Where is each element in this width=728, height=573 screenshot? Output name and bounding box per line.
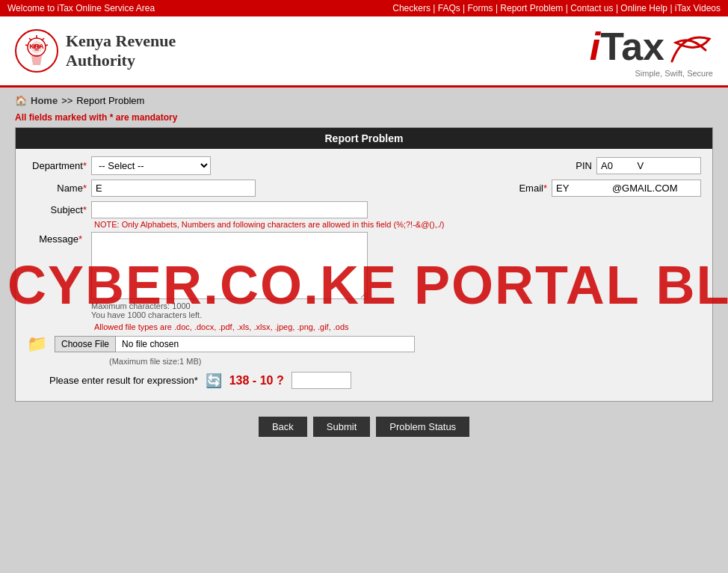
name-input[interactable] bbox=[91, 180, 256, 197]
mandatory-notice: All fields marked with * are mandatory bbox=[15, 112, 713, 123]
subject-group: Subject* bbox=[27, 201, 701, 218]
report-problem-form: Report Problem Department* -- Select -- … bbox=[15, 127, 713, 402]
email-input[interactable] bbox=[552, 180, 701, 197]
svg-line-6 bbox=[25, 45, 28, 46]
department-label: Department* bbox=[27, 160, 87, 171]
subject-label: Subject* bbox=[27, 204, 87, 215]
header: KRA Kenya Revenue Authority i Tax Simple… bbox=[0, 16, 728, 88]
department-select[interactable]: -- Select -- bbox=[91, 156, 211, 175]
link-itax-videos[interactable]: iTax Videos bbox=[675, 3, 721, 13]
kra-logo: KRA Kenya Revenue Authority bbox=[15, 29, 176, 73]
link-checkers[interactable]: Checkers bbox=[392, 3, 431, 13]
message-left: You have 1000 characters left. bbox=[91, 310, 368, 319]
itax-tax-text: Tax bbox=[600, 24, 664, 69]
itax-i-letter: i bbox=[590, 24, 600, 69]
file-chosen-text: No file chosen bbox=[116, 336, 415, 352]
captcha-row: Please enter result for expression* 🔄 13… bbox=[27, 372, 701, 389]
back-button[interactable]: Back bbox=[259, 417, 307, 437]
captcha-refresh-icon[interactable]: 🔄 bbox=[206, 373, 222, 389]
choose-file-button[interactable]: Choose File bbox=[55, 336, 116, 352]
home-icon: 🏠 bbox=[15, 95, 27, 106]
message-section: Message* Maximum characters: 1000 You ha… bbox=[27, 232, 701, 319]
subject-note: NOTE: Only Alphabets, Numbers and follow… bbox=[94, 220, 701, 229]
itax-swirl-icon bbox=[668, 28, 713, 65]
pin-label: PIN bbox=[532, 160, 592, 171]
pin-group: PIN bbox=[532, 156, 701, 175]
subject-section: Subject* NOTE: Only Alphabets, Numbers a… bbox=[27, 201, 701, 229]
name-group: Name* bbox=[27, 180, 256, 197]
pin-input[interactable] bbox=[596, 157, 701, 174]
button-row: Back Submit Problem Status bbox=[15, 417, 713, 437]
link-faqs[interactable]: FAQs bbox=[438, 3, 460, 13]
svg-text:KRA: KRA bbox=[29, 43, 44, 50]
top-bar-links: Checkers | FAQs | Forms | Report Problem… bbox=[392, 3, 721, 13]
form-title: Report Problem bbox=[16, 128, 712, 149]
subject-input[interactable] bbox=[91, 201, 368, 218]
link-online-help[interactable]: Online Help bbox=[620, 3, 667, 13]
itax-tagline: Simple, Swift, Secure bbox=[635, 69, 713, 78]
form-body: Department* -- Select -- PIN bbox=[16, 149, 712, 401]
captcha-label: Please enter result for expression* bbox=[49, 375, 198, 386]
problem-status-button[interactable]: Problem Status bbox=[376, 417, 469, 437]
kra-lion-icon: KRA bbox=[15, 29, 58, 73]
captcha-expression: 138 - 10 ? bbox=[229, 374, 284, 387]
lion-svg: KRA bbox=[19, 34, 54, 68]
svg-line-4 bbox=[45, 45, 48, 46]
svg-line-3 bbox=[42, 38, 44, 40]
top-bar: Welcome to iTax Online Service Area Chec… bbox=[0, 0, 728, 16]
breadcrumb-separator: >> bbox=[61, 95, 73, 106]
message-label: Message* bbox=[39, 233, 82, 245]
breadcrumb: 🏠 Home >> Report Problem bbox=[15, 95, 713, 106]
email-group: Email* bbox=[487, 180, 701, 197]
message-textarea[interactable] bbox=[91, 232, 368, 299]
link-report-problem[interactable]: Report Problem bbox=[500, 3, 563, 13]
name-label: Name* bbox=[27, 183, 87, 194]
message-max: Maximum characters: 1000 bbox=[91, 301, 368, 310]
email-label: Email* bbox=[487, 183, 547, 194]
welcome-text: Welcome to iTax Online Service Area bbox=[7, 3, 155, 13]
file-choose-wrapper: Choose File No file chosen bbox=[55, 336, 415, 352]
file-size-note: (Maximum file size:1 MB) bbox=[109, 357, 701, 366]
itax-logo: i Tax Simple, Swift, Secure bbox=[590, 24, 713, 78]
department-group: Department* -- Select -- bbox=[27, 156, 211, 175]
svg-line-5 bbox=[29, 38, 31, 40]
main-content: 🏠 Home >> Report Problem All fields mark… bbox=[0, 88, 728, 462]
captcha-input[interactable] bbox=[291, 372, 351, 389]
link-forms[interactable]: Forms bbox=[468, 3, 493, 13]
file-type-note: Allowed file types are .doc, .docx, .pdf… bbox=[94, 322, 701, 331]
file-upload-row: 📁 Choose File No file chosen bbox=[27, 334, 701, 354]
submit-button[interactable]: Submit bbox=[313, 417, 370, 437]
link-contact-us[interactable]: Contact us bbox=[570, 3, 613, 13]
file-upload-icon: 📁 bbox=[27, 334, 47, 354]
kra-logo-text: Kenya Revenue Authority bbox=[66, 31, 176, 71]
breadcrumb-home-link[interactable]: Home bbox=[31, 95, 58, 106]
breadcrumb-current: Report Problem bbox=[76, 95, 144, 106]
